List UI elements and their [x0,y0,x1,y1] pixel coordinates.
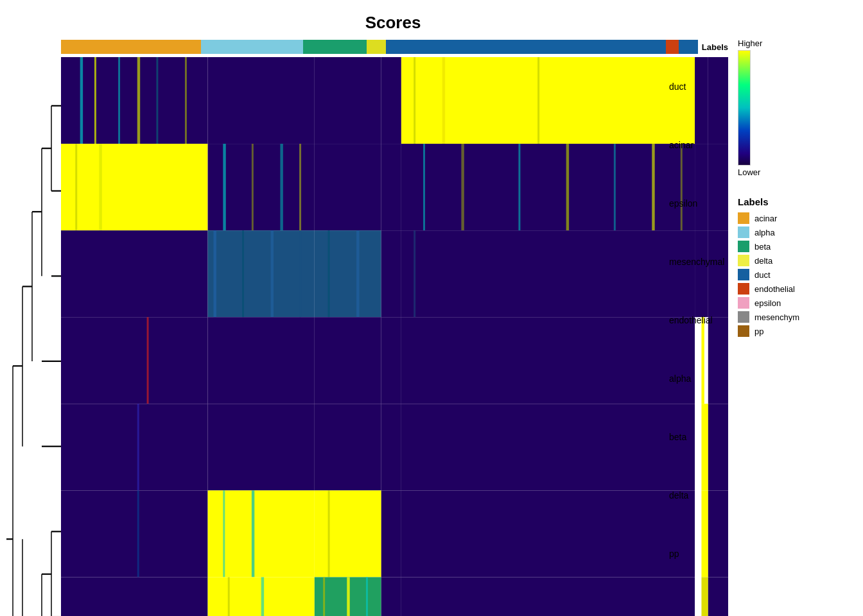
svg-rect-98 [328,490,330,577]
svg-rect-78 [208,317,315,404]
svg-rect-80 [381,317,401,404]
svg-rect-49 [299,144,301,230]
heatmap-rows-container: duct acinar epsilon mesenchymal endothel [61,57,728,616]
svg-rect-42 [61,144,208,230]
svg-rect-28 [94,57,96,144]
svg-rect-73 [414,230,415,317]
colorbar-delta [367,40,386,54]
svg-rect-35 [381,57,401,144]
svg-rect-103 [61,577,208,616]
row-label-epsilon: epsilon [664,174,728,232]
svg-rect-36 [401,57,695,144]
svg-rect-33 [208,57,315,144]
legend-label-epsilon: epsilon [754,298,781,308]
svg-rect-32 [185,57,187,144]
chart-area: Scores [6,13,728,603]
legend-label-mesenchym: mesenchym [754,312,799,322]
row-label-acinar: acinar [664,116,728,174]
legend-label-acinar: acinar [754,214,777,223]
legend-color-acinar [738,212,749,224]
colorbar-duct2 [679,40,698,54]
svg-rect-86 [208,404,315,490]
dendrogram-left [6,62,61,616]
legend-container: Labels acinar alpha beta delta [738,196,857,337]
colorbar-acinar [61,40,201,54]
legend-color-endothelial [738,283,749,295]
svg-rect-72 [401,230,695,317]
heatmap-svg [61,57,728,616]
svg-rect-109 [347,577,349,616]
label-beta-text: beta [669,432,686,442]
svg-rect-55 [518,144,520,230]
label-delta-text: delta [669,490,688,501]
svg-rect-68 [315,230,381,317]
svg-rect-31 [156,57,158,144]
legend-color-epsilon [738,297,749,309]
svg-rect-63 [208,230,315,317]
label-endothelial-text: endothelial [669,315,713,325]
legend-item-epsilon: epsilon [738,297,857,309]
svg-rect-37 [414,57,415,144]
colorscale-bar [738,50,751,166]
row-label-endothelial: endothelial [664,291,728,349]
label-pp-text: pp [669,549,679,559]
svg-rect-27 [80,57,83,144]
heatmap-column: Labels [61,38,728,616]
svg-rect-52 [401,144,695,230]
colorscale-lower-label: Lower [738,167,760,177]
svg-rect-50 [315,144,381,230]
legend-label-delta: delta [754,256,772,266]
svg-rect-81 [401,317,695,404]
svg-rect-29 [118,57,120,144]
right-panel: Higher Lower Labels acinar alpha beta [728,13,857,603]
legend-item-delta: delta [738,255,857,266]
top-colorbar [61,40,698,54]
svg-rect-70 [356,230,359,317]
legend-item-duct: duct [738,269,857,280]
svg-rect-56 [566,144,569,230]
svg-rect-112 [401,577,695,616]
row-labels-overlay: duct acinar epsilon mesenchymal endothel [664,57,728,583]
svg-rect-65 [242,230,244,317]
svg-rect-53 [423,144,425,230]
svg-rect-95 [223,490,225,577]
svg-rect-64 [213,230,216,317]
label-epsilon-text: epsilon [669,198,697,209]
legend-color-beta [738,241,749,252]
legend-label-pp: pp [754,327,763,336]
top-labels-text: Labels [702,42,728,52]
svg-rect-58 [652,144,654,230]
svg-rect-111 [381,577,401,616]
svg-rect-99 [381,490,401,577]
svg-rect-110 [366,577,368,616]
legend-color-mesenchym [738,311,749,323]
svg-rect-66 [271,230,274,317]
label-acinar-text: acinar [669,140,693,150]
svg-rect-92 [61,490,208,577]
legend-color-pp [738,325,749,337]
label-duct-text: duct [669,81,686,92]
row-label-pp: pp [664,525,728,583]
svg-rect-85 [137,404,139,490]
legend-item-beta: beta [738,241,857,252]
svg-rect-89 [401,404,695,490]
label-alpha-text: alpha [669,373,691,384]
svg-rect-108 [323,577,325,616]
colorscale-container: Higher Lower [738,38,857,177]
svg-rect-84 [61,404,208,490]
svg-rect-87 [315,404,381,490]
legend-item-acinar: acinar [738,212,857,224]
heatmap-wrapper: Labels [6,38,728,616]
colorbar-alpha [201,40,303,54]
legend-items: acinar alpha beta delta duct [738,212,857,337]
legend-label-endothelial: endothelial [754,284,795,294]
legend-item-endothelial: endothelial [738,283,857,295]
svg-rect-34 [315,57,381,144]
colorscale-higher-label: Higher [738,38,762,48]
svg-rect-106 [261,577,264,616]
legend-color-duct [738,269,749,280]
top-labels-row: Labels [61,38,728,56]
svg-rect-105 [228,577,230,616]
row-label-duct: duct [664,57,728,116]
legend-title: Labels [738,196,857,207]
